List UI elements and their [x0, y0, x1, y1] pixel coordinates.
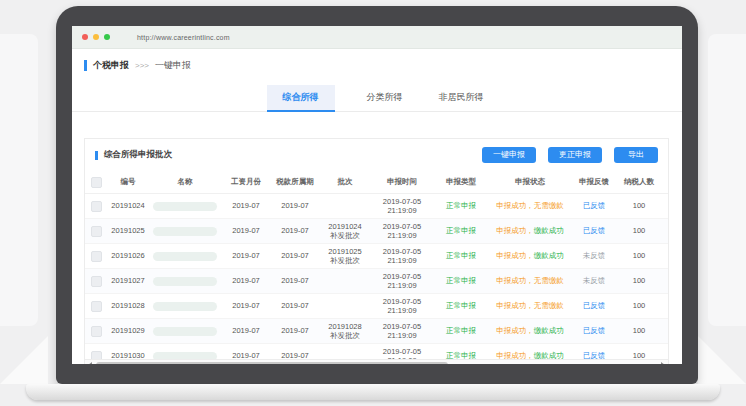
- table-row: 20191027 2019-07 2019-07 2019-07-05 21:1…: [85, 269, 669, 294]
- scroll-left-arrow-icon[interactable]: [88, 362, 92, 364]
- cell-taxpayer-count: 100: [617, 226, 661, 235]
- cell-declare-type: 正常申报: [433, 251, 489, 260]
- name-placeholder: [153, 277, 217, 286]
- cell-id: 20191029: [107, 326, 149, 335]
- breadcrumb-current: 一键申报: [155, 59, 191, 72]
- export-button[interactable]: 导出: [614, 147, 658, 163]
- cell-declare-feedback[interactable]: 已反馈: [571, 301, 617, 310]
- page-background: http://www.careerintlinc.com 个税申报 >>> 一键…: [0, 0, 746, 406]
- address-bar[interactable]: http://www.careerintlinc.com: [137, 34, 230, 41]
- cell-declare-status: 申报成功，无需缴款: [489, 201, 571, 210]
- cell-taxpayer-count: 100: [617, 251, 661, 260]
- row-checkbox[interactable]: [91, 301, 102, 312]
- one-click-declare-button[interactable]: 一键申报: [482, 147, 536, 163]
- tab-comprehensive-income[interactable]: 综合所得: [267, 85, 335, 112]
- name-placeholder: [153, 302, 217, 311]
- row-checkbox[interactable]: [91, 326, 102, 337]
- cell-salary-month: 2019-07: [221, 326, 271, 335]
- cell-declare-type: 正常申报: [433, 301, 489, 310]
- cell-declare-status: 申报成功，无需缴款: [489, 276, 571, 285]
- tab-nonresident-income[interactable]: 非居民所得: [435, 85, 488, 111]
- breadcrumb-separator: >>>: [135, 61, 149, 70]
- background-card-left: [0, 34, 38, 326]
- cell-amount: 11: [661, 226, 669, 235]
- cell-salary-month: 2019-07: [221, 251, 271, 260]
- maximize-window-icon[interactable]: [104, 34, 110, 40]
- cell-taxpayer-count: 100: [617, 276, 661, 285]
- row-checkbox[interactable]: [91, 201, 102, 212]
- cell-declare-type: 正常申报: [433, 226, 489, 235]
- cell-declare-type: 正常申报: [433, 201, 489, 210]
- cell-tax-period: 2019-07: [271, 326, 319, 335]
- laptop-base-flare-right: [698, 336, 746, 384]
- scrollbar-thumb[interactable]: [96, 362, 448, 364]
- cell-taxpayer-count: 100: [617, 201, 661, 210]
- income-type-tabs: 综合所得 分类所得 非居民所得: [72, 85, 682, 112]
- cell-declare-feedback[interactable]: 未反馈: [571, 276, 617, 285]
- close-window-icon[interactable]: [82, 34, 88, 40]
- breadcrumb-accent-bar: [84, 60, 87, 71]
- cell-declare-time: 2019-07-05 21:19:09: [371, 297, 433, 316]
- cell-amount: 11: [661, 251, 669, 260]
- laptop-base: [26, 384, 720, 400]
- table-row: 20191028 2019-07 2019-07 2019-07-05 21:1…: [85, 294, 669, 319]
- name-placeholder: [153, 202, 217, 211]
- cell-declare-time: 2019-07-05 21:19:09: [371, 272, 433, 291]
- browser-toolbar: http://www.careerintlinc.com: [72, 26, 682, 49]
- cell-declare-status: 申报成功，无需缴款: [489, 301, 571, 310]
- cell-id: 20191028: [107, 301, 149, 310]
- row-checkbox[interactable]: [91, 251, 102, 262]
- cell-declare-status: 申报成功，缴款成功: [489, 326, 571, 335]
- table-row: 20191024 2019-07 2019-07 2019-07-05 21:1…: [85, 194, 669, 219]
- cell-salary-month: 2019-07: [221, 276, 271, 285]
- page-content: 个税申报 >>> 一键申报 综合所得 分类所得 非居民所得 综合所得申报批次 一…: [72, 59, 682, 364]
- table-header-row: 编号 名称 工资月份 税款所属期 批次 申报时间 申报类型 申报状态 申报反馈 …: [85, 171, 669, 194]
- cell-declare-feedback[interactable]: 已反馈: [571, 326, 617, 335]
- horizontal-scrollbar[interactable]: [85, 359, 668, 364]
- laptop-base-flare-left: [0, 336, 48, 384]
- background-card-right: [708, 34, 746, 326]
- browser-window: http://www.careerintlinc.com 个税申报 >>> 一键…: [72, 26, 682, 364]
- cell-id: 20191026: [107, 251, 149, 260]
- cell-tax-period: 2019-07: [271, 226, 319, 235]
- tab-classified-income[interactable]: 分类所得: [363, 85, 407, 111]
- cell-declare-status: 申报成功，缴款成功: [489, 226, 571, 235]
- cell-declare-feedback[interactable]: 已反馈: [571, 226, 617, 235]
- table-row: 20191025 2019-07 2019-07 20191024 补发批次 2…: [85, 219, 669, 244]
- cell-tax-period: 2019-07: [271, 276, 319, 285]
- correct-declare-button[interactable]: 更正申报: [548, 147, 602, 163]
- cell-salary-month: 2019-07: [221, 201, 271, 210]
- scroll-right-arrow-icon[interactable]: [661, 362, 665, 364]
- row-checkbox[interactable]: [91, 226, 102, 237]
- col-declare-status: 申报状态: [489, 177, 571, 186]
- select-all-checkbox[interactable]: [91, 177, 102, 188]
- cell-tax-period: 2019-07: [271, 251, 319, 260]
- cell-id: 20191024: [107, 201, 149, 210]
- cell-tax-period: 2019-07: [271, 301, 319, 310]
- panel-actions: 一键申报 更正申报 导出: [482, 147, 658, 163]
- cell-amount: 11: [661, 326, 669, 335]
- cell-salary-month: 2019-07: [221, 226, 271, 235]
- col-batch: 批次: [319, 177, 371, 186]
- cell-declare-time: 2019-07-05 21:19:09: [371, 197, 433, 216]
- cell-amount: 11: [661, 301, 669, 310]
- col-declare-type: 申报类型: [433, 177, 489, 186]
- col-declare-feedback: 申报反馈: [571, 177, 617, 186]
- cell-taxpayer-count: 100: [617, 326, 661, 335]
- table-body: 20191024 2019-07 2019-07 2019-07-05 21:1…: [85, 194, 669, 364]
- cell-declare-feedback[interactable]: 已反馈: [571, 201, 617, 210]
- cell-declare-time: 2019-07-05 21:19:09: [371, 247, 433, 266]
- cell-declare-feedback[interactable]: 未反馈: [571, 251, 617, 260]
- col-declare-time: 申报时间: [371, 177, 433, 186]
- laptop-bezel: http://www.careerintlinc.com 个税申报 >>> 一键…: [56, 6, 698, 384]
- breadcrumb-section: 个税申报: [93, 59, 129, 72]
- col-salary-month: 工资月份: [221, 177, 271, 186]
- row-checkbox[interactable]: [91, 276, 102, 287]
- cell-amount: 11: [661, 201, 669, 210]
- panel-header: 综合所得申报批次 一键申报 更正申报 导出: [85, 139, 668, 171]
- cell-declare-time: 2019-07-05 21:19:09: [371, 222, 433, 241]
- col-tax-period: 税款所属期: [271, 177, 319, 186]
- minimize-window-icon[interactable]: [93, 34, 99, 40]
- declaration-batch-panel: 综合所得申报批次 一键申报 更正申报 导出 编号 名称 工资月份: [84, 138, 669, 364]
- cell-taxpayer-count: 100: [617, 301, 661, 310]
